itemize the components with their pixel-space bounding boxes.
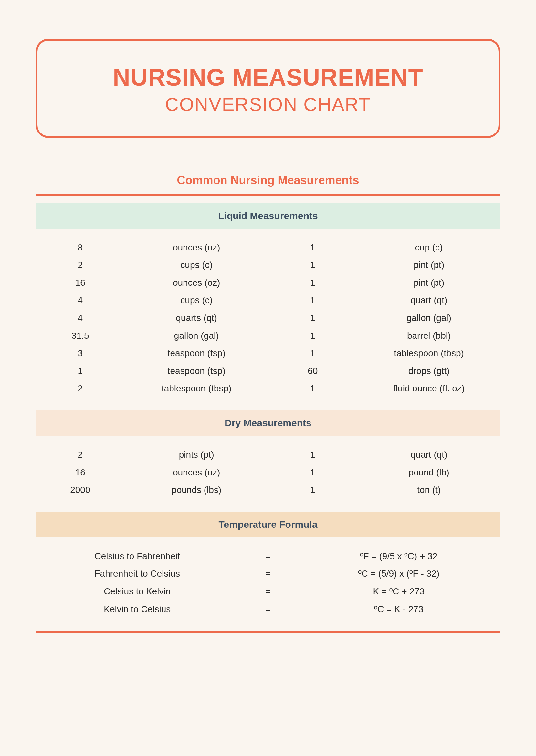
cell: Celsius to Fahrenheit (36, 548, 239, 565)
cell: Celsius to Kelvin (36, 583, 239, 601)
cell: 2 (36, 446, 125, 464)
liquid-header: Liquid Measurements (36, 203, 500, 228)
table-row: 31.5gallon (gal)1barrel (bbl) (36, 327, 500, 345)
cell: = (239, 583, 297, 601)
cell: 8 (36, 239, 125, 257)
cell: 1 (268, 464, 358, 482)
cell: Fahrenheit to Celsius (36, 565, 239, 583)
cell: 1 (268, 481, 358, 499)
table-row: Kelvin to Celsius=ºC = K - 273 (36, 601, 500, 618)
cell: quart (qt) (357, 446, 500, 464)
table-row: 2pints (pt)1quart (qt) (36, 446, 500, 464)
cell: gallon (gal) (125, 327, 268, 345)
cell: 1 (268, 274, 358, 292)
liquid-rows: 8ounces (oz)1cup (c)2cups (c)1pint (pt)1… (36, 228, 500, 410)
cell: pound (lb) (357, 464, 500, 482)
cell: barrel (bbl) (357, 327, 500, 345)
title-sub: CONVERSION CHART (50, 93, 486, 115)
table-row: 8ounces (oz)1cup (c) (36, 239, 500, 257)
cell: 60 (268, 362, 358, 380)
dry-header: Dry Measurements (36, 410, 500, 436)
cell: 4 (36, 292, 125, 309)
table-row: Celsius to Fahrenheit=ºF = (9/5 x ºC) + … (36, 548, 500, 565)
cell: ºF = (9/5 x ºC) + 32 (297, 548, 500, 565)
cell: Kelvin to Celsius (36, 601, 239, 618)
cell: 1 (268, 292, 358, 309)
table-row: Fahrenheit to Celsius=ºC = (5/9) x (ºF -… (36, 565, 500, 583)
cell: = (239, 565, 297, 583)
cell: pint (pt) (357, 274, 500, 292)
cell: cups (c) (125, 256, 268, 274)
cell: 4 (36, 309, 125, 327)
cell: drops (gtt) (357, 362, 500, 380)
cell: fluid ounce (fl. oz) (357, 380, 500, 397)
temperature-header: Temperature Formula (36, 512, 500, 537)
cell: 1 (268, 345, 358, 362)
dry-rows: 2pints (pt)1quart (qt)16ounces (oz)1poun… (36, 436, 500, 512)
cell: teaspoon (tsp) (125, 345, 268, 362)
cell: cup (c) (357, 239, 500, 257)
cell: pounds (lbs) (125, 481, 268, 499)
cell: 2 (36, 380, 125, 397)
cell: 1 (268, 256, 358, 274)
cell: pint (pt) (357, 256, 500, 274)
table-row: 2000pounds (lbs)1ton (t) (36, 481, 500, 499)
divider-top (36, 194, 500, 196)
table-row: 3teaspoon (tsp)1tablespoon (tbsp) (36, 345, 500, 362)
cell: cups (c) (125, 292, 268, 309)
cell: 31.5 (36, 327, 125, 345)
table-row: 4cups (c)1quart (qt) (36, 292, 500, 309)
cell: pints (pt) (125, 446, 268, 464)
cell: = (239, 548, 297, 565)
table-row: 16ounces (oz)1pound (lb) (36, 464, 500, 482)
cell: ºC = K - 273 (297, 601, 500, 618)
temperature-rows: Celsius to Fahrenheit=ºF = (9/5 x ºC) + … (36, 537, 500, 631)
title-main: NURSING MEASUREMENT (50, 65, 486, 90)
cell: ounces (oz) (125, 464, 268, 482)
cell: ton (t) (357, 481, 500, 499)
table-row: 2tablespoon (tbsp)1fluid ounce (fl. oz) (36, 380, 500, 397)
cell: tablespoon (tbsp) (357, 345, 500, 362)
cell: 1 (268, 327, 358, 345)
section-heading: Common Nursing Measurements (36, 174, 500, 187)
cell: 3 (36, 345, 125, 362)
table-row: 4quarts (qt)1gallon (gal) (36, 309, 500, 327)
cell: tablespoon (tbsp) (125, 380, 268, 397)
cell: 16 (36, 274, 125, 292)
cell: 1 (268, 380, 358, 397)
cell: 1 (36, 362, 125, 380)
cell: ounces (oz) (125, 274, 268, 292)
table-row: Celsius to Kelvin=K = ºC + 273 (36, 583, 500, 601)
cell: quarts (qt) (125, 309, 268, 327)
cell: ºC = (5/9) x (ºF - 32) (297, 565, 500, 583)
title-box: NURSING MEASUREMENT CONVERSION CHART (36, 39, 500, 138)
cell: = (239, 601, 297, 618)
cell: K = ºC + 273 (297, 583, 500, 601)
cell: quart (qt) (357, 292, 500, 309)
cell: 1 (268, 446, 358, 464)
cell: gallon (gal) (357, 309, 500, 327)
cell: ounces (oz) (125, 239, 268, 257)
cell: 1 (268, 309, 358, 327)
table-row: 16ounces (oz)1pint (pt) (36, 274, 500, 292)
cell: 1 (268, 239, 358, 257)
cell: 2 (36, 256, 125, 274)
table-row: 2cups (c)1pint (pt) (36, 256, 500, 274)
table-row: 1teaspoon (tsp)60drops (gtt) (36, 362, 500, 380)
cell: 2000 (36, 481, 125, 499)
cell: 16 (36, 464, 125, 482)
cell: teaspoon (tsp) (125, 362, 268, 380)
